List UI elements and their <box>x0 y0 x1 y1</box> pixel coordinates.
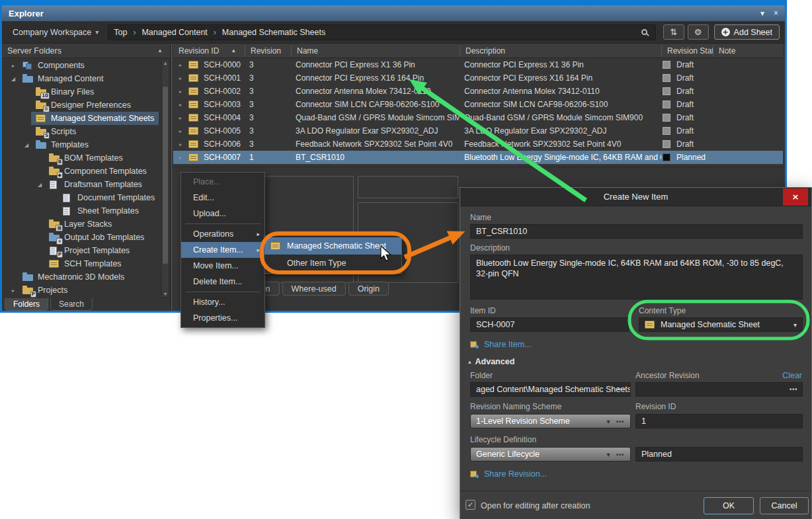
ok-button[interactable]: OK <box>704 497 754 514</box>
breadcrumb-field[interactable]: Top›Managed Content›Managed Schematic Sh… <box>108 24 655 40</box>
search-icon[interactable] <box>641 29 647 35</box>
row-expand-icon[interactable]: ▸ <box>177 102 184 108</box>
lifecycle-definition-combo[interactable]: Generic Lifecycle ▾ ⋯ <box>470 447 631 461</box>
menu-item-operations[interactable]: Operations▸ <box>181 226 264 242</box>
share-revision-label: Share Revision... <box>484 469 547 479</box>
table-row-sch-0004[interactable]: ▸SCH-00043Quad-Band GSM / GPRS Module Si… <box>173 111 783 124</box>
tree-item-sheet-templates[interactable]: Sheet Templates <box>2 204 162 218</box>
column-header-revision-id[interactable]: Revision ID▲ <box>173 46 245 56</box>
tree-expanded-icon[interactable]: ◢ <box>22 142 31 148</box>
tree-item-body: ◆Component Templates <box>44 165 151 178</box>
submenu-item-other-item-type[interactable]: Other Item Type <box>264 255 401 272</box>
breadcrumb-item-top[interactable]: Top <box>114 28 127 37</box>
tree-item-managed-content[interactable]: ◢Managed Content <box>2 72 162 85</box>
breadcrumb-item-managed-content[interactable]: Managed Content <box>142 28 207 37</box>
cancel-button[interactable]: Cancel <box>760 497 809 514</box>
panel-collapse-icon[interactable]: ▾ <box>760 9 764 18</box>
tree-item-output-job-templates[interactable]: +Output Job Templates <box>2 231 162 244</box>
menu-item-delete-item[interactable]: Delete Item... <box>181 274 264 290</box>
settings-button[interactable]: ⚙ <box>688 24 709 40</box>
tree-expanded-icon[interactable]: ◢ <box>9 76 18 82</box>
description-field[interactable]: Bluetooth Low Energy Single-mode IC, 64K… <box>470 255 803 299</box>
sidebar-scrollbar[interactable]: ▲ ▼ <box>161 60 169 298</box>
tree-item-binary-files[interactable]: 10Binary Files <box>2 85 162 99</box>
share-revision-link[interactable]: Share Revision... <box>470 469 547 479</box>
row-expand-icon[interactable]: ▸ <box>177 141 184 147</box>
table-row-sch-0005[interactable]: ▸SCH-000533A LDO Regulator Exar SPX29302… <box>173 124 783 138</box>
advanced-section-header[interactable]: ▴ Advanced <box>468 357 514 366</box>
tree-item-document-templates[interactable]: Document Templates <box>2 191 162 204</box>
tree-item-templates[interactable]: ◢Templates <box>2 138 162 151</box>
tree-item-managed-schematic-sheets[interactable]: Managed Schematic Sheets <box>2 112 162 125</box>
tree-item-project-templates[interactable]: PProject Templates <box>2 244 162 257</box>
menu-item-edit[interactable]: Edit... <box>181 190 264 206</box>
tree-item-sch-templates[interactable]: SCH Templates <box>2 257 162 270</box>
scroll-up-icon[interactable]: ▲ <box>162 61 169 65</box>
folder-field[interactable]: aged Content\Managed Schematic Sheets ⋯ <box>470 382 631 397</box>
scrollbar-thumb[interactable] <box>163 87 168 264</box>
table-row-sch-0000[interactable]: ▸SCH-00003Connector PCI Express X1 36 Pi… <box>173 58 783 71</box>
browse-lifecycle-icon[interactable]: ⋯ <box>616 450 626 459</box>
row-expand-icon[interactable]: ▸ <box>177 155 184 161</box>
scroll-down-icon[interactable]: ▼ <box>162 292 169 296</box>
breadcrumb-item-managed-schematic-sheets[interactable]: Managed Schematic Sheets <box>222 28 325 37</box>
tree-item-scripts[interactable]: SScripts <box>2 125 162 138</box>
sidebar-tab-search[interactable]: Search <box>50 298 93 311</box>
menu-item-move-item[interactable]: Move Item... <box>181 258 264 274</box>
collapse-section-icon[interactable]: ▲ <box>157 48 163 54</box>
column-header-revision[interactable]: Revision <box>245 46 291 56</box>
row-expand-icon[interactable]: ▸ <box>177 75 184 81</box>
name-field[interactable]: BT_CSR1010 <box>470 224 803 239</box>
table-row-sch-0007[interactable]: ▸SCH-00071BT_CSR1010Bluetooth Low Energy… <box>173 151 783 164</box>
column-header-revision-state[interactable]: Revision State <box>661 46 713 56</box>
column-header-note[interactable]: Note <box>713 46 783 56</box>
open-for-editing-checkbox[interactable]: ✓ <box>466 500 475 510</box>
column-header-description[interactable]: Description <box>460 46 661 56</box>
detail-tab-origin[interactable]: Origin <box>348 282 389 296</box>
tree-item-projects[interactable]: ▸PProjects <box>2 284 162 297</box>
menu-item-upload[interactable]: Upload... <box>181 206 264 221</box>
share-item-link[interactable]: Share Item... <box>470 340 532 349</box>
table-row-sch-0003[interactable]: ▸SCH-00033Connector SIM LCN CAF98-06206-… <box>173 98 783 111</box>
browse-folder-icon[interactable]: ⋯ <box>618 383 627 396</box>
menu-item-history[interactable]: History... <box>181 294 264 310</box>
refresh-button[interactable]: ⇅ <box>663 24 684 40</box>
panel-close-icon[interactable]: × <box>774 9 778 18</box>
revision-naming-scheme-combo[interactable]: 1-Level Revision Scheme ▾ ⋯ <box>470 414 631 428</box>
menu-item-create-item[interactable]: Create Item...▸ <box>181 242 264 258</box>
tree-collapsed-icon[interactable]: ▸ <box>9 288 18 294</box>
ancestor-revision-field[interactable]: ⋯ <box>635 382 803 397</box>
row-expand-icon[interactable]: ▸ <box>177 62 184 68</box>
browse-scheme-icon[interactable]: ⋯ <box>616 417 626 426</box>
table-row-sch-0006[interactable]: ▸SCH-00063Feedback Network SPX29302 Set … <box>173 138 783 151</box>
revision-state-field[interactable]: Planned <box>635 447 803 461</box>
table-row-sch-0001[interactable]: ▸SCH-00013Connector PCI Express X16 164 … <box>173 71 783 85</box>
tree-expanded-icon[interactable]: ◢ <box>35 182 44 188</box>
tree-item-component-templates[interactable]: ◆Component Templates <box>2 165 162 178</box>
tree-item-draftsman-templates[interactable]: ◢Draftsman Templates <box>2 178 162 191</box>
table-row-sch-0002[interactable]: ▸SCH-00023Connector Antenna Molex 73412-… <box>173 85 783 98</box>
tree-item-designer-preferences[interactable]: ⚙Designer Preferences <box>2 99 162 112</box>
row-expand-icon[interactable]: ▸ <box>177 89 184 95</box>
submenu-item-managed-schematic-sheet[interactable]: Managed Schematic Sheet <box>264 237 401 255</box>
tree-item-bom-templates[interactable]: BBOM Templates <box>2 151 162 165</box>
browse-ancestor-icon[interactable]: ⋯ <box>790 383 799 396</box>
content-type-dropdown[interactable]: Managed Schematic Sheet ▾ <box>639 317 803 332</box>
row-expand-icon[interactable]: ▸ <box>177 128 184 134</box>
tree-item-components[interactable]: ▸Components <box>2 59 162 72</box>
tree-collapsed-icon[interactable]: ▸ <box>9 63 18 69</box>
tree-item-mechatronic-3d-models[interactable]: Mechatronic 3D Models <box>2 270 162 284</box>
row-expand-icon[interactable]: ▸ <box>177 115 184 121</box>
dialog-close-button[interactable]: × <box>783 188 808 206</box>
column-header-name[interactable]: Name <box>291 46 460 56</box>
sidebar-tab-folders[interactable]: Folders <box>5 298 48 311</box>
revision-id-field[interactable]: 1 <box>635 414 803 428</box>
detail-tab-where-used[interactable]: Where-used <box>282 282 346 296</box>
menu-item-properties[interactable]: Properties... <box>181 310 264 326</box>
clear-link[interactable]: Clear <box>782 371 802 380</box>
workspace-selector[interactable]: Company Workspace ▾ <box>7 24 104 40</box>
icon-badge: P <box>30 291 36 298</box>
add-sheet-button[interactable]: + Add Sheet <box>714 24 780 40</box>
item-id-field[interactable]: SCH-0007 <box>470 317 629 332</box>
tree-item-layer-stacks[interactable]: ▦Layer Stacks <box>2 218 162 231</box>
